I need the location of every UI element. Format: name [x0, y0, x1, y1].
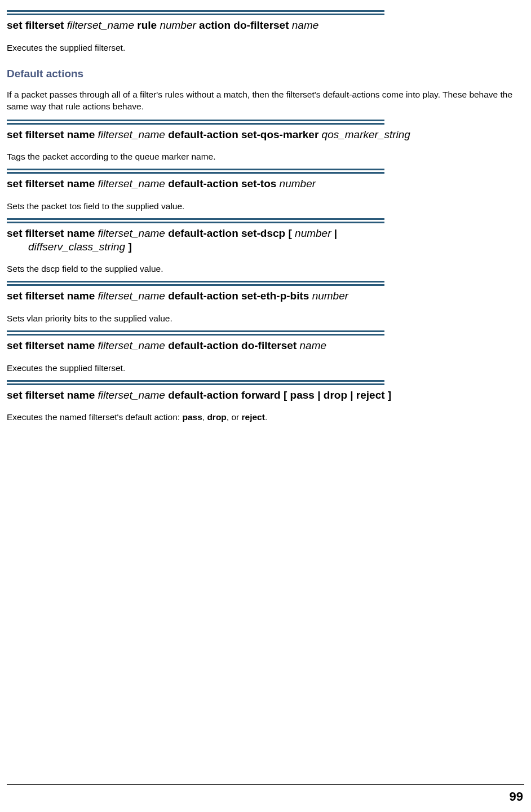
divider	[7, 281, 384, 286]
command-description: Sets vlan priority bits to the supplied …	[7, 313, 524, 325]
command-description: Sets the packet tos field to the supplie…	[7, 201, 524, 213]
section-intro: If a packet passes through all of a filt…	[7, 89, 524, 113]
section-heading: Default actions	[7, 68, 524, 80]
command-syntax: set filterset name filterset_name defaul…	[7, 227, 524, 254]
page-number: 99	[510, 789, 523, 804]
command-syntax: set filterset name filterset_name defaul…	[7, 177, 524, 191]
default-commands-list: set filterset name filterset_name defaul…	[7, 120, 524, 424]
footer-rule	[7, 784, 524, 785]
command-description: Tags the packet according to the queue m…	[7, 151, 524, 163]
command-syntax: set filterset name filterset_name defaul…	[7, 339, 524, 352]
command-description: Executes the supplied filterset.	[7, 363, 524, 374]
doc-content: set filterset filterset_name rule number…	[7, 10, 524, 423]
divider	[7, 10, 384, 15]
command-syntax: set filterset name filterset_name defaul…	[7, 128, 524, 142]
command-description: Executes the named filterset's default a…	[7, 412, 524, 423]
command-description: Sets the dscp field to the supplied valu…	[7, 263, 524, 275]
command-syntax: set filterset name filterset_name defaul…	[7, 289, 524, 303]
divider	[7, 218, 384, 223]
command-syntax: set filterset filterset_name rule number…	[7, 19, 524, 32]
divider	[7, 169, 384, 174]
divider	[7, 120, 384, 125]
divider	[7, 330, 384, 336]
command-syntax: set filterset name filterset_name defaul…	[7, 389, 524, 402]
divider	[7, 380, 384, 385]
command-description: Executes the supplied filterset.	[7, 42, 524, 54]
